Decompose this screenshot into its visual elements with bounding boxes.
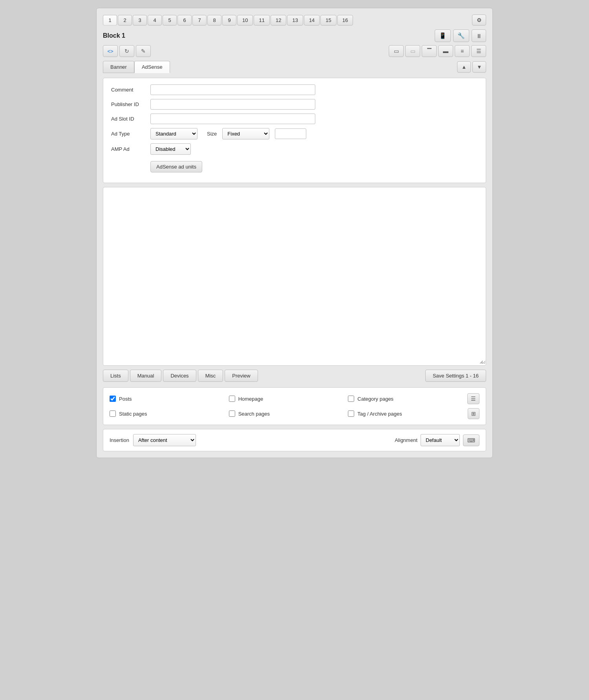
comment-row: Comment (111, 84, 478, 95)
arrow-up-btn[interactable]: ▲ (457, 61, 471, 73)
search-check-item: Search pages (229, 410, 348, 417)
refresh-icon: ↻ (124, 48, 129, 54)
layout-lines-top-btn[interactable]: ≡ (455, 45, 470, 57)
layout-full-icon: ▭ (394, 48, 399, 54)
tab-11[interactable]: 11 (254, 15, 269, 26)
size-label: Size (207, 131, 217, 137)
tab-devices[interactable]: Devices (163, 370, 196, 382)
search-pages-label: Search pages (238, 411, 270, 417)
comment-label: Comment (111, 87, 150, 93)
layout-top-icon: ▔ (427, 48, 432, 54)
tablet-icon-btn[interactable]: 📱 (435, 29, 451, 42)
tab-manual[interactable]: Manual (130, 370, 162, 382)
layout-mid-icon: ▬ (443, 48, 448, 54)
layout-tab-icon: ▭ (410, 48, 415, 54)
posts-checkbox[interactable] (110, 396, 116, 402)
insertion-select[interactable]: After content Before content Widget (133, 434, 196, 446)
tab-10[interactable]: 10 (237, 15, 253, 26)
tab-7[interactable]: 7 (192, 15, 207, 26)
tab-3[interactable]: 3 (133, 15, 147, 26)
ad-type-row: Ad Type Standard Responsive Auto Size Fi… (111, 128, 478, 139)
tab-16[interactable]: 16 (337, 15, 353, 26)
save-settings-btn[interactable]: Save Settings 1 - 16 (425, 370, 486, 382)
arrow-down-btn[interactable]: ▼ (472, 61, 486, 73)
alignment-select[interactable]: Default Left Center Right (421, 434, 460, 446)
publisher-id-row: Publisher ID (111, 99, 478, 110)
amp-ad-label: AMP Ad (111, 146, 150, 152)
search-pages-checkbox[interactable] (229, 410, 235, 417)
tab-4[interactable]: 4 (148, 15, 162, 26)
list-icon: ☰ (471, 396, 476, 402)
tab-12[interactable]: 12 (271, 15, 286, 26)
layout-top-btn[interactable]: ▔ (422, 45, 437, 57)
ad-type-select[interactable]: Standard Responsive Auto (150, 128, 198, 139)
homepage-label: Homepage (238, 396, 263, 402)
tab-8[interactable]: 8 (207, 15, 221, 26)
insertion-panel: Insertion After content Before content W… (103, 429, 486, 451)
ad-slot-id-label: Ad Slot ID (111, 116, 150, 122)
edit-btn[interactable]: ✎ (136, 45, 151, 57)
preview-textarea[interactable] (103, 187, 486, 364)
category-label: Category pages (357, 396, 393, 402)
tab-preview[interactable]: Preview (225, 370, 258, 382)
tab-1[interactable]: 1 (103, 15, 117, 26)
amp-ad-row: AMP Ad Disabled Enabled (111, 143, 478, 155)
archive-pages-checkbox[interactable] (348, 410, 354, 417)
tab-6[interactable]: 6 (177, 15, 192, 26)
size-select[interactable]: Fixed Responsive (222, 128, 269, 139)
tab-misc[interactable]: Misc (198, 370, 223, 382)
toolbar-left: <> ↻ ✎ (103, 45, 151, 57)
checks-col-icons-bottom: ⊞ (467, 408, 479, 419)
wrench-icon: 🔧 (457, 32, 465, 39)
code-icon: <> (107, 48, 113, 54)
gear-tab[interactable]: ⚙ (472, 15, 486, 26)
alignment-label: Alignment (395, 437, 417, 443)
tab-lists[interactable]: Lists (103, 370, 128, 382)
grid-icon-btn[interactable]: ⊞ (468, 408, 479, 419)
amp-ad-select[interactable]: Disabled Enabled (150, 143, 191, 155)
tab-2[interactable]: 2 (118, 15, 132, 26)
toolbar-right: ▭ ▭ ▔ ▬ ≡ ☰ (389, 45, 486, 57)
layout-lines-all-btn[interactable]: ☰ (471, 45, 486, 57)
toolbar-row: <> ↻ ✎ ▭ ▭ ▔ ▬ ≡ (103, 45, 486, 57)
keyboard-icon-btn[interactable]: ⌨ (463, 434, 479, 446)
tab-13[interactable]: 13 (287, 15, 303, 26)
arrow-down-icon: ▼ (477, 64, 482, 70)
list-icon-btn[interactable]: ☰ (467, 393, 479, 404)
tab-15[interactable]: 15 (320, 15, 336, 26)
keyboard-icon: ⌨ (467, 437, 475, 443)
tab-5[interactable]: 5 (163, 15, 177, 26)
static-pages-checkbox[interactable] (110, 410, 116, 417)
layout-tab-btn[interactable]: ▭ (405, 45, 420, 57)
alignment-group: Alignment Default Left Center Right ⌨ (395, 434, 479, 446)
sub-tab-row: Banner AdSense ▲ ▼ (103, 61, 486, 73)
category-checkbox[interactable] (348, 396, 354, 402)
refresh-btn[interactable]: ↻ (119, 45, 134, 57)
adsense-btn-row: AdSense ad units (111, 159, 478, 172)
preview-panel: ◢ (103, 187, 486, 366)
tab-9[interactable]: 9 (222, 15, 236, 26)
comment-input[interactable] (150, 84, 315, 95)
ad-type-inline: Standard Responsive Auto Size Fixed Resp… (150, 128, 306, 139)
category-check-item: Category pages (348, 396, 467, 402)
layout-full-btn[interactable]: ▭ (389, 45, 404, 57)
publisher-id-label: Publisher ID (111, 101, 150, 107)
archive-pages-label: Tag / Archive pages (357, 411, 402, 417)
pause-icon-btn[interactable]: ⏸ (472, 29, 486, 42)
tab-banner[interactable]: Banner (103, 61, 134, 73)
pause-icon: ⏸ (476, 33, 482, 39)
code-btn[interactable]: <> (103, 45, 118, 57)
resize-handle-icon: ◢ (479, 359, 485, 365)
tab-adsense[interactable]: AdSense (134, 61, 170, 73)
wrench-icon-btn[interactable]: 🔧 (453, 29, 469, 42)
tab-14[interactable]: 14 (304, 15, 320, 26)
checks-panel: Posts Homepage Category pages ☰ Static p… (103, 387, 486, 425)
layout-mid-btn[interactable]: ▬ (438, 45, 453, 57)
homepage-checkbox[interactable] (229, 396, 235, 402)
size-value-input[interactable] (275, 128, 306, 139)
ad-slot-id-input[interactable] (150, 114, 315, 124)
adsense-units-btn[interactable]: AdSense ad units (150, 161, 202, 172)
ad-slot-id-row: Ad Slot ID (111, 114, 478, 124)
layout-lines-top-icon: ≡ (461, 48, 464, 54)
publisher-id-input[interactable] (150, 99, 315, 110)
